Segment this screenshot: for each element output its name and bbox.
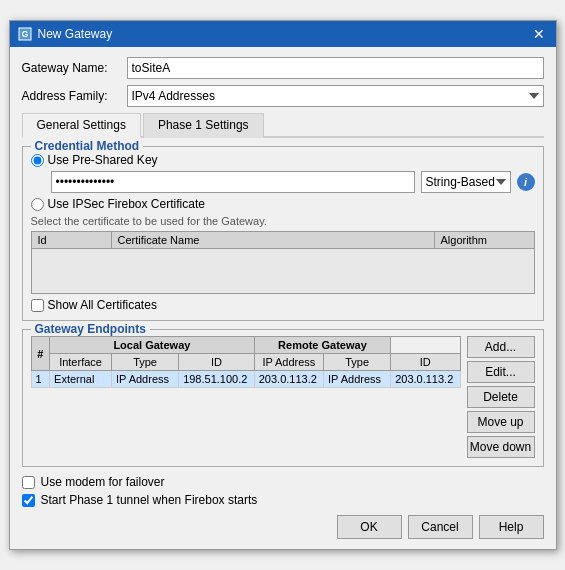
gateway-name-label: Gateway Name: bbox=[22, 61, 127, 75]
psk-input-row: String-Based Hex i bbox=[51, 171, 535, 193]
svg-text:G: G bbox=[21, 29, 28, 39]
row-num: 1 bbox=[31, 371, 50, 388]
endpoint-buttons: Add... Edit... Delete Move up Move down bbox=[467, 336, 535, 458]
start-phase1-checkbox[interactable] bbox=[22, 494, 35, 507]
col-local-gateway: Local Gateway bbox=[50, 337, 255, 354]
dialog-title: New Gateway bbox=[38, 27, 113, 41]
use-modem-label: Use modem for failover bbox=[41, 475, 165, 489]
endpoints-layout: # Local Gateway Remote Gateway Interface… bbox=[31, 336, 535, 458]
cert-col-name: Certificate Name bbox=[111, 232, 434, 249]
psk-type-select[interactable]: String-Based Hex bbox=[421, 171, 511, 193]
close-button[interactable]: ✕ bbox=[530, 25, 548, 43]
info-button[interactable]: i bbox=[517, 173, 535, 191]
cert-hint: Select the certificate to be used for th… bbox=[31, 215, 535, 227]
endpoints-table-wrap: # Local Gateway Remote Gateway Interface… bbox=[31, 336, 461, 458]
credential-method-group: Credential Method Use Pre-Shared Key Str… bbox=[22, 146, 544, 321]
address-family-row: Address Family: IPv4 Addresses IPv6 Addr… bbox=[22, 85, 544, 107]
table-row[interactable]: 1 External IP Address 198.51.100.2 203.0… bbox=[31, 371, 460, 388]
col-remote-gateway: Remote Gateway bbox=[254, 337, 390, 354]
row-rtype: IP Address bbox=[324, 371, 391, 388]
row-ip: 203.0.113.2 bbox=[254, 371, 323, 388]
row-id: 198.51.100.2 bbox=[179, 371, 255, 388]
ipsec-label: Use IPSec Firebox Certificate bbox=[48, 197, 205, 211]
new-gateway-dialog: G New Gateway ✕ Gateway Name: Address Fa… bbox=[9, 20, 557, 550]
col-hash: # bbox=[31, 337, 50, 371]
edit-button[interactable]: Edit... bbox=[467, 361, 535, 383]
col-type: Type bbox=[112, 354, 179, 371]
move-down-button[interactable]: Move down bbox=[467, 436, 535, 458]
gateway-endpoints-title: Gateway Endpoints bbox=[31, 322, 150, 336]
dialog-body: Gateway Name: Address Family: IPv4 Addre… bbox=[10, 47, 556, 549]
add-button[interactable]: Add... bbox=[467, 336, 535, 358]
delete-button[interactable]: Delete bbox=[467, 386, 535, 408]
tabs: General Settings Phase 1 Settings bbox=[22, 113, 544, 138]
address-family-select[interactable]: IPv4 Addresses IPv6 Addresses bbox=[127, 85, 544, 107]
endpoints-table: # Local Gateway Remote Gateway Interface… bbox=[31, 336, 461, 388]
col-rtype: Type bbox=[324, 354, 391, 371]
col-interface: Interface bbox=[50, 354, 112, 371]
credential-method-title: Credential Method bbox=[31, 139, 144, 153]
endpoints-tbody: 1 External IP Address 198.51.100.2 203.0… bbox=[31, 371, 460, 388]
ok-button[interactable]: OK bbox=[337, 515, 402, 539]
psk-label: Use Pre-Shared Key bbox=[48, 153, 158, 167]
ipsec-radio-row: Use IPSec Firebox Certificate bbox=[31, 197, 535, 211]
psk-radio[interactable] bbox=[31, 154, 44, 167]
col-id: ID bbox=[179, 354, 255, 371]
tab-phase1-settings[interactable]: Phase 1 Settings bbox=[143, 113, 264, 138]
row-rid: 203.0.113.2 bbox=[391, 371, 460, 388]
move-up-button[interactable]: Move up bbox=[467, 411, 535, 433]
title-bar-left: G New Gateway bbox=[18, 27, 113, 41]
ipsec-radio[interactable] bbox=[31, 198, 44, 211]
start-phase1-label: Start Phase 1 tunnel when Firebox starts bbox=[41, 493, 258, 507]
use-modem-row: Use modem for failover bbox=[22, 475, 544, 489]
bottom-buttons: OK Cancel Help bbox=[22, 511, 544, 539]
start-phase1-row: Start Phase 1 tunnel when Firebox starts bbox=[22, 493, 544, 507]
gateway-name-row: Gateway Name: bbox=[22, 57, 544, 79]
show-all-certs-label: Show All Certificates bbox=[48, 298, 157, 312]
psk-input[interactable] bbox=[51, 171, 415, 193]
gateway-name-input[interactable] bbox=[127, 57, 544, 79]
help-button[interactable]: Help bbox=[479, 515, 544, 539]
cert-col-algo: Algorithm bbox=[434, 232, 534, 249]
cert-table: Id Certificate Name Algorithm bbox=[31, 231, 535, 294]
cert-col-id: Id bbox=[31, 232, 111, 249]
col-rid: ID bbox=[391, 354, 460, 371]
show-all-certs-row: Show All Certificates bbox=[31, 298, 535, 312]
gateway-endpoints-group: Gateway Endpoints # Local Gateway Remote… bbox=[22, 329, 544, 467]
title-bar: G New Gateway ✕ bbox=[10, 21, 556, 47]
cancel-button[interactable]: Cancel bbox=[408, 515, 473, 539]
row-type: IP Address bbox=[112, 371, 179, 388]
show-all-certs-checkbox[interactable] bbox=[31, 299, 44, 312]
col-ip: IP Address bbox=[254, 354, 323, 371]
row-interface: External bbox=[50, 371, 112, 388]
psk-radio-row: Use Pre-Shared Key bbox=[31, 153, 535, 167]
tab-general-settings[interactable]: General Settings bbox=[22, 113, 141, 138]
dialog-icon: G bbox=[18, 27, 32, 41]
use-modem-checkbox[interactable] bbox=[22, 476, 35, 489]
address-family-label: Address Family: bbox=[22, 89, 127, 103]
